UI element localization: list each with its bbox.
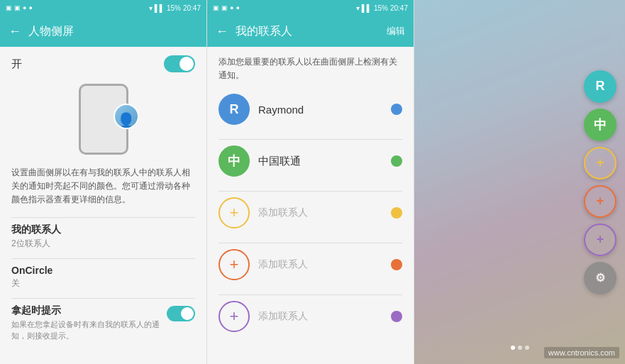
contact-left-unicom: 中 中国联通 <box>219 145 301 177</box>
add-label-3: 添加联系人 <box>258 310 308 323</box>
dot-1 <box>511 346 515 350</box>
header2-left: ← 我的联系人 <box>216 24 292 39</box>
panel2-content: 添加您最重要的联系人以在曲面侧屏上检测有关通知。 R Raymond 中 中国联… <box>207 47 414 364</box>
status-bar-right: ▾ ▌▌ 15% 20:47 <box>149 4 201 12</box>
oncircle-title: OnCircle <box>11 265 195 276</box>
pickup-row: 拿起时提示 如果在您拿起设备时有来自我的联系人的通知，则接收提示。 <box>11 304 195 342</box>
panel1-title: 人物侧屏 <box>28 24 74 39</box>
divider-3 <box>11 298 195 299</box>
my-contacts-row[interactable]: 我的联系人 2位联系人 <box>11 224 195 250</box>
sim2-icon-2: ▣ <box>221 4 228 11</box>
phone-illustration <box>11 84 195 155</box>
avatar-raymond: R <box>219 94 250 125</box>
contacts-title: 我的联系人 <box>11 224 195 236</box>
add-contact-left-3: + 添加联系人 <box>219 301 308 332</box>
contact-row-china-unicom[interactable]: 中 中国联通 <box>219 145 402 177</box>
add-contact-row-1[interactable]: + 添加联系人 <box>219 197 402 228</box>
status-bar-2: ▣ ▣ ● ● ▾ ▌▌ 15% 20:47 <box>207 0 414 16</box>
divider-contact-1 <box>219 139 402 140</box>
time-display: 20:47 <box>183 4 201 12</box>
signal-icon: ▌▌ <box>155 4 165 12</box>
add-circle-orange[interactable]: + <box>219 249 250 280</box>
panel-person-sidebar: ▣ ▣ ● ● ▾ ▌▌ 15% 20:47 ← 人物侧屏 开 设置曲面侧屏以在… <box>0 0 207 364</box>
contact-name-unicom: 中国联通 <box>258 155 301 168</box>
divider-add-1 <box>219 243 402 243</box>
signal-icon-2: ▌▌ <box>362 4 372 12</box>
panel1-header: ← 人物侧屏 <box>0 16 206 47</box>
pickup-toggle[interactable] <box>167 306 195 321</box>
dot-2 <box>518 346 522 350</box>
description-text: 设置曲面侧屏以在有与我的联系人中的联系人相关的通知时亮起不同的颜色。您可通过滑动… <box>11 166 195 207</box>
divider-2 <box>11 258 195 259</box>
divider-add-2 <box>219 294 402 295</box>
main-toggle-row: 开 <box>11 55 195 72</box>
back-button-2[interactable]: ← <box>216 24 228 39</box>
add-circle-yellow[interactable]: + <box>219 197 250 228</box>
wifi-icon-2: ▾ <box>356 4 360 12</box>
back-button-1[interactable]: ← <box>9 24 21 39</box>
add-contact-left-2: + 添加联系人 <box>219 249 308 280</box>
sim-icon: ▣ <box>6 4 12 11</box>
intro-text: 添加您最重要的联系人以在曲面侧屏上检测有关通知。 <box>219 55 402 82</box>
side-buttons-container: R 中 + + + ⚙ <box>584 70 616 294</box>
time-display-2: 20:47 <box>390 4 408 12</box>
panel1-content: 开 设置曲面侧屏以在有与我的联系人中的联系人相关的通知时亮起不同的颜色。您可通过… <box>0 47 206 364</box>
edit-button[interactable]: 编辑 <box>387 25 405 38</box>
phone-icon <box>79 84 128 155</box>
divider-1 <box>11 217 195 218</box>
battery-text-2: 15% <box>374 4 388 12</box>
color-dot-2[interactable] <box>391 259 402 270</box>
status-bar2-right: ▾ ▌▌ 15% 20:47 <box>356 4 408 12</box>
watermark: www.cntronics.com <box>544 347 619 358</box>
contacts-sub: 2位联系人 <box>11 238 195 250</box>
contact-row-raymond[interactable]: R Raymond <box>219 94 402 125</box>
add-label-2: 添加联系人 <box>258 258 308 271</box>
pickup-text: 拿起时提示 如果在您拿起设备时有来自我的联系人的通知，则接收提示。 <box>11 304 160 342</box>
panel-wallpaper: R 中 + + + ⚙ www.cntronics.com <box>414 0 625 364</box>
app-icon1: ● <box>23 4 26 11</box>
page-dots <box>511 346 529 350</box>
battery-text: 15% <box>167 4 181 12</box>
main-toggle[interactable] <box>164 55 195 72</box>
oncircle-row[interactable]: OnCircle 关 <box>11 265 195 289</box>
phone-avatar <box>114 104 139 129</box>
add-contact-left-1: + 添加联系人 <box>219 197 308 228</box>
status-bar2-left: ▣ ▣ ● ● <box>213 4 240 11</box>
side-btn-gear[interactable]: ⚙ <box>584 262 616 294</box>
pickup-title: 拿起时提示 <box>11 304 160 317</box>
color-dot-1[interactable] <box>391 207 402 219</box>
app-icon3: ● <box>230 4 233 11</box>
side-btn-zhong[interactable]: 中 <box>584 109 616 141</box>
color-dot-raymond[interactable] <box>391 104 402 115</box>
wifi-icon: ▾ <box>149 4 153 12</box>
avatar-unicom: 中 <box>219 145 250 177</box>
app-icon2: ● <box>28 4 32 11</box>
status-bar-left: ▣ ▣ ● ● <box>6 4 33 11</box>
panel2-header: ← 我的联系人 编辑 <box>207 16 414 47</box>
side-btn-add-orange[interactable]: + <box>584 185 616 218</box>
side-btn-r[interactable]: R <box>584 70 616 103</box>
color-dot-3[interactable] <box>391 311 402 322</box>
toggle-label: 开 <box>11 57 22 71</box>
side-btn-add-purple[interactable]: + <box>584 224 616 256</box>
panel-my-contacts: ▣ ▣ ● ● ▾ ▌▌ 15% 20:47 ← 我的联系人 编辑 添加您最重要… <box>207 0 414 364</box>
status-bar-1: ▣ ▣ ● ● ▾ ▌▌ 15% 20:47 <box>0 0 206 16</box>
add-contact-row-2[interactable]: + 添加联系人 <box>219 249 402 280</box>
oncircle-value: 关 <box>11 277 195 289</box>
add-label-1: 添加联系人 <box>258 206 308 219</box>
sim-icon-2: ▣ <box>213 4 219 11</box>
app-icon4: ● <box>236 4 239 11</box>
add-contact-row-3[interactable]: + 添加联系人 <box>219 301 402 332</box>
add-circle-purple[interactable]: + <box>219 301 250 332</box>
contact-left-raymond: R Raymond <box>219 94 304 125</box>
contact-name-raymond: Raymond <box>258 104 304 116</box>
color-dot-unicom[interactable] <box>391 155 402 167</box>
panel2-title: 我的联系人 <box>236 24 292 39</box>
dot-3 <box>525 346 529 350</box>
sim2-icon: ▣ <box>14 4 21 11</box>
divider-contact-2 <box>219 191 402 192</box>
pickup-desc: 如果在您拿起设备时有来自我的联系人的通知，则接收提示。 <box>11 319 160 342</box>
side-btn-add-yellow[interactable]: + <box>584 147 616 180</box>
